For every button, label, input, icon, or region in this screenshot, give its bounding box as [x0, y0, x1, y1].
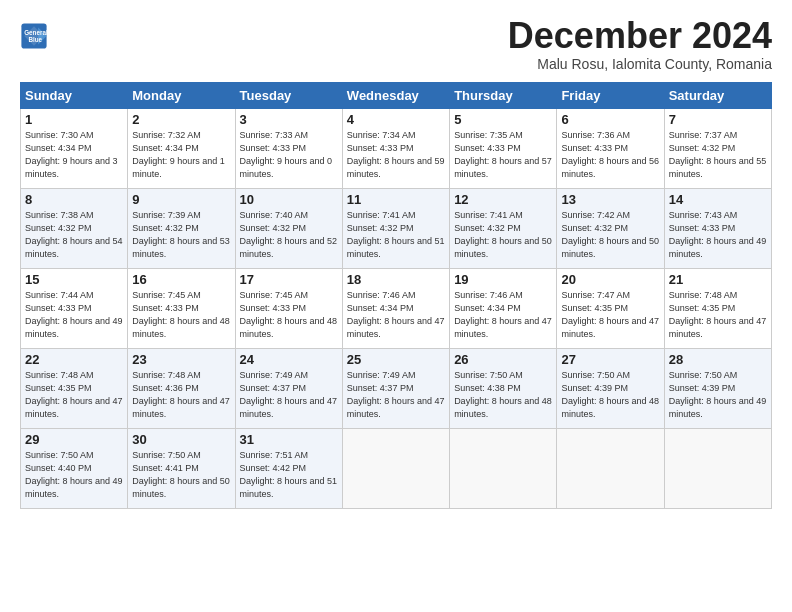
calendar-cell: 24Sunrise: 7:49 AMSunset: 4:37 PMDayligh… [235, 349, 342, 429]
day-number: 17 [240, 272, 338, 287]
calendar-cell: 29Sunrise: 7:50 AMSunset: 4:40 PMDayligh… [21, 429, 128, 509]
calendar-cell: 22Sunrise: 7:48 AMSunset: 4:35 PMDayligh… [21, 349, 128, 429]
day-info: Sunrise: 7:39 AMSunset: 4:32 PMDaylight:… [132, 209, 230, 261]
calendar-cell: 14Sunrise: 7:43 AMSunset: 4:33 PMDayligh… [664, 189, 771, 269]
calendar-week-row: 15Sunrise: 7:44 AMSunset: 4:33 PMDayligh… [21, 269, 772, 349]
day-number: 18 [347, 272, 445, 287]
day-info: Sunrise: 7:49 AMSunset: 4:37 PMDaylight:… [240, 369, 338, 421]
calendar-cell: 6Sunrise: 7:36 AMSunset: 4:33 PMDaylight… [557, 109, 664, 189]
calendar-cell [557, 429, 664, 509]
day-number: 26 [454, 352, 552, 367]
day-number: 21 [669, 272, 767, 287]
calendar-cell: 16Sunrise: 7:45 AMSunset: 4:33 PMDayligh… [128, 269, 235, 349]
calendar-cell: 10Sunrise: 7:40 AMSunset: 4:32 PMDayligh… [235, 189, 342, 269]
calendar-cell: 19Sunrise: 7:46 AMSunset: 4:34 PMDayligh… [450, 269, 557, 349]
calendar-cell: 11Sunrise: 7:41 AMSunset: 4:32 PMDayligh… [342, 189, 449, 269]
day-info: Sunrise: 7:48 AMSunset: 4:35 PMDaylight:… [669, 289, 767, 341]
day-number: 4 [347, 112, 445, 127]
weekday-header: Tuesday [235, 83, 342, 109]
calendar-cell: 8Sunrise: 7:38 AMSunset: 4:32 PMDaylight… [21, 189, 128, 269]
day-number: 31 [240, 432, 338, 447]
calendar-cell: 21Sunrise: 7:48 AMSunset: 4:35 PMDayligh… [664, 269, 771, 349]
day-info: Sunrise: 7:43 AMSunset: 4:33 PMDaylight:… [669, 209, 767, 261]
calendar-cell: 9Sunrise: 7:39 AMSunset: 4:32 PMDaylight… [128, 189, 235, 269]
svg-text:General: General [24, 29, 48, 36]
day-number: 6 [561, 112, 659, 127]
day-info: Sunrise: 7:30 AMSunset: 4:34 PMDaylight:… [25, 129, 123, 181]
calendar-week-row: 8Sunrise: 7:38 AMSunset: 4:32 PMDaylight… [21, 189, 772, 269]
day-number: 30 [132, 432, 230, 447]
calendar-cell: 15Sunrise: 7:44 AMSunset: 4:33 PMDayligh… [21, 269, 128, 349]
day-info: Sunrise: 7:50 AMSunset: 4:39 PMDaylight:… [561, 369, 659, 421]
day-info: Sunrise: 7:38 AMSunset: 4:32 PMDaylight:… [25, 209, 123, 261]
day-info: Sunrise: 7:45 AMSunset: 4:33 PMDaylight:… [240, 289, 338, 341]
calendar-cell: 4Sunrise: 7:34 AMSunset: 4:33 PMDaylight… [342, 109, 449, 189]
title-location: Malu Rosu, Ialomita County, Romania [508, 56, 772, 72]
day-number: 20 [561, 272, 659, 287]
day-info: Sunrise: 7:48 AMSunset: 4:35 PMDaylight:… [25, 369, 123, 421]
day-number: 9 [132, 192, 230, 207]
day-number: 19 [454, 272, 552, 287]
day-info: Sunrise: 7:36 AMSunset: 4:33 PMDaylight:… [561, 129, 659, 181]
day-info: Sunrise: 7:33 AMSunset: 4:33 PMDaylight:… [240, 129, 338, 181]
day-info: Sunrise: 7:48 AMSunset: 4:36 PMDaylight:… [132, 369, 230, 421]
day-info: Sunrise: 7:50 AMSunset: 4:39 PMDaylight:… [669, 369, 767, 421]
day-number: 13 [561, 192, 659, 207]
title-block: December 2024 Malu Rosu, Ialomita County… [508, 18, 772, 72]
calendar-cell: 7Sunrise: 7:37 AMSunset: 4:32 PMDaylight… [664, 109, 771, 189]
page: General Blue December 2024 Malu Rosu, Ia… [0, 0, 792, 521]
calendar-cell: 3Sunrise: 7:33 AMSunset: 4:33 PMDaylight… [235, 109, 342, 189]
day-info: Sunrise: 7:37 AMSunset: 4:32 PMDaylight:… [669, 129, 767, 181]
calendar-week-row: 29Sunrise: 7:50 AMSunset: 4:40 PMDayligh… [21, 429, 772, 509]
calendar-cell: 13Sunrise: 7:42 AMSunset: 4:32 PMDayligh… [557, 189, 664, 269]
calendar-cell: 20Sunrise: 7:47 AMSunset: 4:35 PMDayligh… [557, 269, 664, 349]
day-number: 28 [669, 352, 767, 367]
calendar-cell: 27Sunrise: 7:50 AMSunset: 4:39 PMDayligh… [557, 349, 664, 429]
day-number: 25 [347, 352, 445, 367]
calendar-header-row: SundayMondayTuesdayWednesdayThursdayFrid… [21, 83, 772, 109]
title-month: December 2024 [508, 18, 772, 54]
day-info: Sunrise: 7:45 AMSunset: 4:33 PMDaylight:… [132, 289, 230, 341]
day-info: Sunrise: 7:32 AMSunset: 4:34 PMDaylight:… [132, 129, 230, 181]
weekday-header: Friday [557, 83, 664, 109]
weekday-header: Wednesday [342, 83, 449, 109]
day-info: Sunrise: 7:46 AMSunset: 4:34 PMDaylight:… [347, 289, 445, 341]
day-info: Sunrise: 7:47 AMSunset: 4:35 PMDaylight:… [561, 289, 659, 341]
calendar-cell: 26Sunrise: 7:50 AMSunset: 4:38 PMDayligh… [450, 349, 557, 429]
weekday-header: Sunday [21, 83, 128, 109]
day-number: 1 [25, 112, 123, 127]
day-info: Sunrise: 7:50 AMSunset: 4:38 PMDaylight:… [454, 369, 552, 421]
day-number: 15 [25, 272, 123, 287]
calendar-cell: 1Sunrise: 7:30 AMSunset: 4:34 PMDaylight… [21, 109, 128, 189]
day-info: Sunrise: 7:50 AMSunset: 4:40 PMDaylight:… [25, 449, 123, 501]
day-info: Sunrise: 7:44 AMSunset: 4:33 PMDaylight:… [25, 289, 123, 341]
calendar-cell: 31Sunrise: 7:51 AMSunset: 4:42 PMDayligh… [235, 429, 342, 509]
day-info: Sunrise: 7:49 AMSunset: 4:37 PMDaylight:… [347, 369, 445, 421]
day-number: 23 [132, 352, 230, 367]
day-number: 14 [669, 192, 767, 207]
day-info: Sunrise: 7:46 AMSunset: 4:34 PMDaylight:… [454, 289, 552, 341]
logo: General Blue [20, 22, 48, 50]
calendar-cell [342, 429, 449, 509]
day-info: Sunrise: 7:41 AMSunset: 4:32 PMDaylight:… [347, 209, 445, 261]
weekday-header: Saturday [664, 83, 771, 109]
calendar-week-row: 1Sunrise: 7:30 AMSunset: 4:34 PMDaylight… [21, 109, 772, 189]
day-number: 27 [561, 352, 659, 367]
day-number: 7 [669, 112, 767, 127]
day-number: 12 [454, 192, 552, 207]
calendar-cell: 12Sunrise: 7:41 AMSunset: 4:32 PMDayligh… [450, 189, 557, 269]
calendar-cell: 2Sunrise: 7:32 AMSunset: 4:34 PMDaylight… [128, 109, 235, 189]
day-info: Sunrise: 7:40 AMSunset: 4:32 PMDaylight:… [240, 209, 338, 261]
day-number: 11 [347, 192, 445, 207]
calendar-cell [664, 429, 771, 509]
calendar-cell: 25Sunrise: 7:49 AMSunset: 4:37 PMDayligh… [342, 349, 449, 429]
day-info: Sunrise: 7:42 AMSunset: 4:32 PMDaylight:… [561, 209, 659, 261]
calendar-week-row: 22Sunrise: 7:48 AMSunset: 4:35 PMDayligh… [21, 349, 772, 429]
weekday-header: Monday [128, 83, 235, 109]
day-number: 10 [240, 192, 338, 207]
day-info: Sunrise: 7:35 AMSunset: 4:33 PMDaylight:… [454, 129, 552, 181]
calendar-table: SundayMondayTuesdayWednesdayThursdayFrid… [20, 82, 772, 509]
weekday-header: Thursday [450, 83, 557, 109]
day-number: 24 [240, 352, 338, 367]
day-number: 16 [132, 272, 230, 287]
